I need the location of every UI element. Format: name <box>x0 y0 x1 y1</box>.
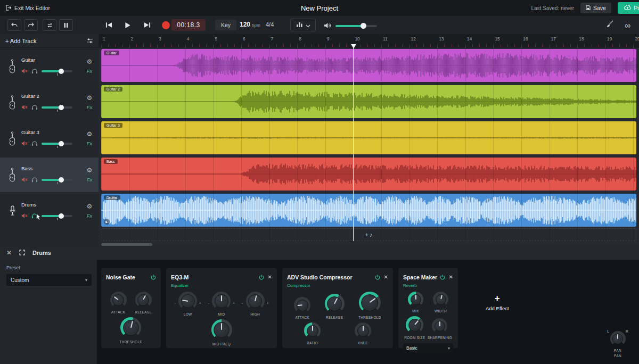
clip-play-icon[interactable]: ▶ <box>104 219 110 225</box>
knob-width[interactable]: WIDTH <box>433 292 448 313</box>
publish-button[interactable]: Publish <box>618 2 639 14</box>
audio-clip-guitar-2[interactable]: Guitar 2 <box>101 85 636 118</box>
track-row-guitar-3[interactable]: Guitar 3⚙Fx <box>0 121 99 156</box>
knob-room-size[interactable]: ROOM SIZE <box>404 316 425 340</box>
metronome-button[interactable] <box>59 19 73 31</box>
add-effect-button[interactable]: + Add Effect <box>486 294 509 311</box>
key-selector[interactable]: Key <box>215 20 236 30</box>
time-signature-control[interactable]: 4/4 <box>266 21 274 28</box>
playhead-marker[interactable] <box>351 44 356 48</box>
track-fx-button[interactable]: Fx <box>87 213 93 219</box>
headphones-icon[interactable] <box>31 67 38 76</box>
effect-type: Compressor <box>287 283 388 288</box>
bar-number: 4 <box>187 36 190 42</box>
knob-mid-freq[interactable]: MID FREQ <box>211 319 232 346</box>
tempo-control[interactable]: 120 bpm <box>240 21 260 28</box>
audio-clip-drums[interactable]: Drums▶ <box>101 194 636 227</box>
knob-attack[interactable]: ATTACK <box>294 297 310 319</box>
skip-to-start-button[interactable] <box>101 18 116 32</box>
close-panel-icon[interactable]: ✕ <box>6 250 12 256</box>
close-icon[interactable]: ✕ <box>384 275 388 280</box>
track-row-guitar-2[interactable]: Guitar 2⚙Fx <box>0 85 99 120</box>
track-fx-button[interactable]: Fx <box>87 104 93 110</box>
mute-icon[interactable] <box>21 211 28 221</box>
loop-button[interactable] <box>43 19 56 31</box>
track-name: Guitar <box>21 57 80 63</box>
close-icon[interactable]: ✕ <box>449 275 453 280</box>
power-icon[interactable] <box>375 272 380 282</box>
knob-[interactable]: PAN <box>605 331 630 352</box>
timeline-ruler[interactable]: 1234567891011121314151617181920 <box>99 34 639 48</box>
track-fx-button[interactable]: Fx <box>87 140 93 146</box>
track-row-bass[interactable]: Bass⚙Fx <box>0 158 99 192</box>
audio-clip-bass[interactable]: Bass <box>101 158 636 191</box>
speaker-icon[interactable] <box>324 21 331 31</box>
pan-control[interactable]: L R PAN PAN <box>605 329 630 358</box>
track-volume-slider[interactable] <box>42 140 72 147</box>
pan-label: PAN <box>605 354 630 358</box>
track-fx-button[interactable]: Fx <box>87 68 93 74</box>
track-settings-gear-icon[interactable]: ⚙ <box>87 131 93 137</box>
play-button[interactable] <box>120 18 135 32</box>
headphones-icon[interactable] <box>31 175 38 185</box>
mute-icon[interactable] <box>21 103 28 112</box>
track-volume-slider[interactable] <box>42 68 72 75</box>
track-settings-gear-icon[interactable]: ⚙ <box>87 95 93 101</box>
music-note-icon: ♪ <box>370 231 373 238</box>
reverb-preset-select[interactable]: Basic▾ <box>403 343 453 353</box>
track-settings-gear-icon[interactable]: ⚙ <box>87 59 93 65</box>
cloud-upload-icon <box>624 5 631 11</box>
knob-release[interactable]: RELEASE <box>135 292 152 314</box>
knob-high[interactable]: -+HIGH <box>246 292 265 316</box>
knob-mix[interactable]: MIX <box>408 292 423 313</box>
track-settings-gear-icon[interactable]: ⚙ <box>87 167 93 173</box>
knob-sharpening[interactable]: SHARPENING <box>428 318 452 340</box>
mute-icon[interactable] <box>21 67 28 76</box>
mute-icon[interactable] <box>21 139 28 148</box>
track-settings-gear-icon[interactable]: ⚙ <box>87 203 93 210</box>
track-volume-slider[interactable] <box>42 104 72 111</box>
preset-select[interactable]: Custom ▾ <box>6 274 92 286</box>
power-icon[interactable] <box>440 272 445 282</box>
master-volume-slider[interactable] <box>335 22 377 30</box>
knob-threshold[interactable]: THRESHOLD <box>120 317 143 344</box>
redo-button[interactable] <box>24 19 38 31</box>
close-icon[interactable]: ✕ <box>268 275 272 280</box>
knob-threshold[interactable]: THRESHOLD <box>358 292 381 319</box>
playhead-line[interactable] <box>353 48 354 241</box>
level-meter-button[interactable] <box>290 19 316 31</box>
knob-release[interactable]: RELEASE <box>325 294 345 319</box>
audio-clip-guitar[interactable]: Guitar <box>101 49 636 82</box>
headphones-icon[interactable] <box>31 103 38 112</box>
track-row-guitar[interactable]: Guitar⚙Fx <box>0 49 99 84</box>
skip-to-end-button[interactable] <box>140 18 154 32</box>
record-button[interactable] <box>162 21 170 29</box>
track-volume-slider[interactable] <box>42 213 72 219</box>
knob-attack[interactable]: ATTACK <box>110 292 127 314</box>
track-row-drums[interactable]: Drums⚙Fx <box>0 194 99 228</box>
mixer-icon[interactable] <box>86 36 93 46</box>
knob-knee[interactable]: KNEE <box>355 322 371 345</box>
bar-number: 7 <box>271 36 274 42</box>
headphones-icon[interactable] <box>31 139 38 148</box>
power-icon[interactable] <box>259 272 264 282</box>
undo-button[interactable] <box>7 19 21 31</box>
add-clip-dropzone[interactable]: + ♪ <box>101 228 636 241</box>
knob-ratio[interactable]: RATIO <box>304 322 321 345</box>
expand-panel-icon[interactable] <box>19 248 25 258</box>
track-volume-slider[interactable] <box>42 177 72 183</box>
save-button[interactable]: Save <box>580 3 611 13</box>
add-track-button[interactable]: + Add Track <box>5 38 36 44</box>
power-icon[interactable] <box>151 272 156 282</box>
brush-icon[interactable] <box>607 20 614 30</box>
knob-mid[interactable]: -+MID <box>212 292 231 316</box>
infinity-icon[interactable]: ∞ <box>625 21 630 29</box>
plus-icon: + <box>365 231 368 238</box>
track-name: Drums <box>21 202 80 208</box>
knob-low[interactable]: -+LOW <box>178 292 197 316</box>
track-fx-button[interactable]: Fx <box>87 177 93 183</box>
headphones-icon[interactable] <box>31 211 38 221</box>
audio-clip-guitar-3[interactable]: Guitar 3 <box>101 121 636 154</box>
mute-icon[interactable] <box>21 175 28 185</box>
effect-name: ADV Studio Compressor <box>287 274 353 280</box>
